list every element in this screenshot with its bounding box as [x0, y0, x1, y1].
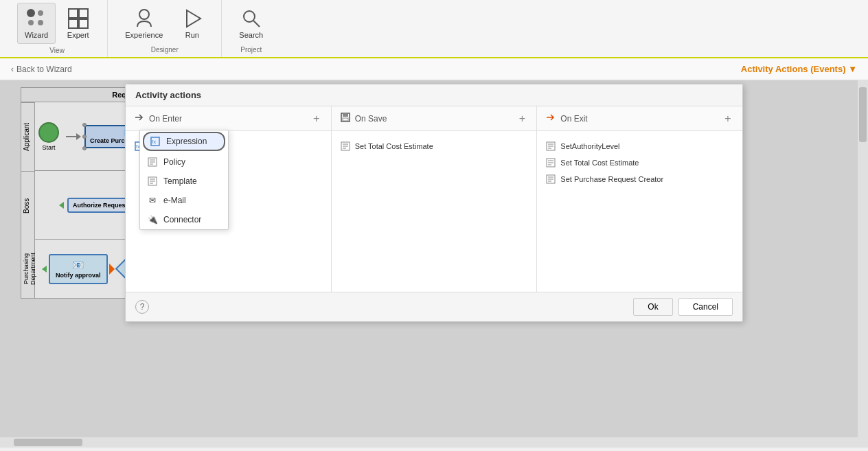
svg-point-0: [27, 9, 35, 17]
experience-button[interactable]: Experience: [118, 3, 170, 43]
experience-icon: [133, 8, 155, 30]
h-scrollbar-thumb: [14, 439, 82, 446]
svg-point-8: [139, 10, 149, 19]
activity-actions-modal: Activity actions On Enter: [125, 84, 743, 322]
set-total-cost-icon: [340, 141, 351, 152]
dropdown-chevron-icon: ▼: [848, 64, 857, 74]
main-content: Request Applicant Boss Purchasing Depart…: [0, 80, 868, 448]
run-button[interactable]: Run: [173, 3, 211, 43]
on-enter-arrow-icon: [134, 112, 145, 125]
set-purchase-item[interactable]: Set Purchase Request Creator: [545, 171, 734, 187]
email-icon: ✉: [147, 195, 158, 206]
expert-icon: [67, 8, 89, 30]
modal-overlay: Activity actions On Enter: [0, 80, 868, 448]
search-button[interactable]: Search: [232, 3, 270, 43]
expression-icon: fx: [150, 136, 161, 147]
ok-button[interactable]: Ok: [633, 298, 672, 316]
expert-label: Expert: [67, 31, 89, 39]
back-to-wizard-label: Back to Wizard: [16, 65, 72, 74]
toolbar: Wizard Expert View: [0, 0, 868, 58]
search-label: Search: [239, 31, 263, 39]
dropdown-email-item[interactable]: ✉ e-Mail: [140, 191, 228, 210]
modal-body: On Enter + fx: [126, 106, 742, 292]
connector-icon: 🔌: [147, 214, 158, 225]
back-link-bar: ‹ Back to Wizard Activity Actions (Event…: [0, 58, 868, 80]
set-total-cost2-item[interactable]: Set Total Cost Estimate: [545, 154, 734, 171]
wizard-icon: [25, 8, 47, 30]
dropdown-connector-item[interactable]: 🔌 Connector: [140, 210, 228, 229]
svg-rect-4: [69, 9, 78, 18]
view-buttons: Wizard Expert: [17, 3, 97, 44]
on-exit-arrow-icon: [545, 112, 556, 125]
set-purchase-icon: [545, 174, 556, 185]
on-enter-header: On Enter +: [126, 106, 331, 131]
designer-buttons: Experience Run: [118, 3, 211, 43]
svg-point-10: [244, 11, 255, 22]
help-button[interactable]: ?: [135, 300, 149, 314]
svg-rect-7: [79, 19, 88, 28]
svg-point-1: [38, 10, 43, 16]
on-exit-panel: On Exit +: [537, 106, 742, 292]
on-enter-add-button[interactable]: +: [310, 113, 323, 125]
svg-rect-6: [69, 19, 78, 28]
on-exit-header: On Exit +: [537, 106, 742, 131]
template-label: Template: [163, 176, 197, 186]
page-title[interactable]: Activity Actions (Events) ▼: [741, 64, 857, 74]
designer-group: Experience Run Designer: [108, 0, 222, 57]
expression-label: Expression: [166, 137, 207, 146]
back-chevron-icon: ‹: [11, 65, 14, 74]
svg-text:fx: fx: [152, 139, 156, 145]
dropdown-template-item[interactable]: Template: [140, 172, 228, 191]
svg-point-3: [38, 20, 43, 25]
cancel-button[interactable]: Cancel: [678, 298, 733, 316]
on-exit-content: SetAuthorityLevel: [537, 131, 742, 194]
project-buttons: Search: [232, 3, 270, 43]
on-save-panel: On Save +: [332, 106, 538, 292]
set-authority-label: SetAuthorityLevel: [560, 142, 619, 150]
designer-group-label: Designer: [151, 46, 179, 54]
scrollbar-thumb: [859, 87, 867, 142]
on-enter-panel: On Enter + fx: [126, 106, 332, 292]
set-total-cost2-label: Set Total Cost Estimate: [560, 159, 639, 167]
vertical-scrollbar[interactable]: [858, 80, 868, 448]
dropdown-policy-item[interactable]: Policy: [140, 152, 228, 172]
on-save-header: On Save +: [332, 106, 537, 131]
modal-title: Activity actions: [126, 84, 742, 106]
view-group-label: View: [49, 47, 65, 54]
set-authority-item[interactable]: SetAuthorityLevel: [545, 138, 734, 154]
template-icon: [147, 176, 158, 187]
email-label: e-Mail: [163, 196, 186, 205]
set-purchase-label: Set Purchase Request Creator: [560, 175, 663, 183]
policy-icon: [147, 157, 158, 167]
footer-buttons: Ok Cancel: [633, 298, 733, 316]
svg-line-11: [253, 21, 260, 27]
search-icon: [240, 8, 262, 30]
diagram-area: Request Applicant Boss Purchasing Depart…: [0, 80, 868, 448]
experience-label: Experience: [125, 31, 163, 39]
on-save-content: Set Total Cost Estimate: [332, 131, 537, 161]
horizontal-scrollbar[interactable]: [0, 437, 858, 448]
project-group-label: Project: [240, 46, 262, 54]
on-save-label: On Save: [355, 114, 387, 124]
on-enter-label: On Enter: [149, 114, 182, 124]
dropdown-expression-item[interactable]: fx Expression: [143, 132, 225, 151]
connector-label: Connector: [163, 215, 201, 224]
modal-footer: ? Ok Cancel: [126, 292, 742, 321]
view-group: Wizard Expert View: [7, 0, 108, 57]
wizard-button[interactable]: Wizard: [17, 3, 56, 44]
on-exit-add-button[interactable]: +: [722, 113, 734, 125]
svg-marker-9: [187, 10, 201, 27]
svg-point-2: [28, 20, 34, 25]
policy-label: Policy: [163, 157, 185, 167]
back-to-wizard-link[interactable]: ‹ Back to Wizard: [11, 65, 72, 74]
set-total-cost2-icon: [545, 157, 556, 168]
project-group: Search Project: [222, 0, 280, 57]
set-total-cost-item[interactable]: Set Total Cost Estimate: [340, 138, 529, 154]
run-label: Run: [185, 31, 199, 39]
set-total-cost-label: Set Total Cost Estimate: [355, 142, 433, 150]
on-save-add-button[interactable]: +: [516, 113, 528, 125]
svg-rect-26: [343, 118, 348, 121]
expert-button[interactable]: Expert: [59, 3, 97, 44]
on-enter-dropdown: fx Expression: [139, 130, 229, 230]
set-authority-icon: [545, 141, 556, 152]
